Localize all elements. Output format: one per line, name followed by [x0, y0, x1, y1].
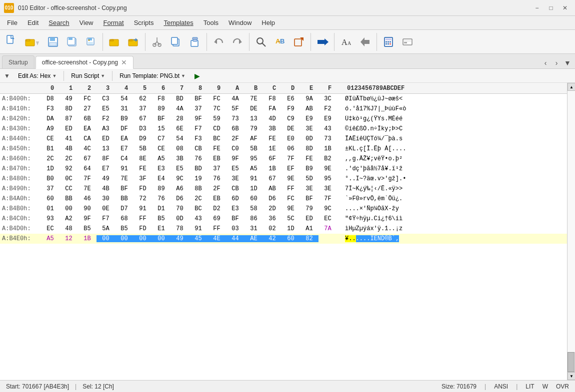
hex-byte[interactable]: 01	[41, 205, 60, 212]
hex-byte[interactable]: 8D	[300, 145, 318, 152]
table-row[interactable]: A:B480h:B00C7F497E3FE49C19763E91679E5D95…	[0, 174, 567, 184]
table-row[interactable]: A:B4B0h:0100900ED791D170BCD2E3582D9E799C…	[0, 204, 567, 214]
hex-byte[interactable]: 89	[152, 105, 170, 112]
hex-byte[interactable]: E1	[152, 225, 170, 232]
hex-byte[interactable]: 2F	[208, 185, 226, 192]
hex-byte[interactable]: 7F	[282, 155, 300, 162]
hex-byte[interactable]: D8	[41, 95, 60, 102]
hex-byte[interactable]: 4B	[60, 145, 78, 152]
hex-byte[interactable]: 37	[41, 185, 60, 192]
save-all-button[interactable]	[82, 33, 100, 51]
scroll-down-button[interactable]: ▼	[568, 372, 575, 380]
hex-byte[interactable]: E5	[170, 165, 189, 172]
jump-button[interactable]	[314, 33, 332, 51]
hex-byte[interactable]: ED	[96, 135, 115, 142]
hex-byte[interactable]: 0C	[60, 175, 78, 182]
hex-byte[interactable]: 70	[170, 205, 189, 212]
hex-byte[interactable]: 2C	[60, 155, 78, 162]
hex-byte[interactable]: B0	[41, 175, 60, 182]
hex-byte[interactable]: 6F	[263, 155, 282, 162]
hex-byte[interactable]: 3B	[263, 125, 282, 132]
table-row[interactable]: A:B4C0h:93A29FF768FFB50D4369BF86365CEDEC…	[0, 214, 567, 224]
hex-byte[interactable]: 6B	[78, 115, 96, 122]
table-row[interactable]: A:B410h:F38D27E53137894A377C5FDEFAF9ABF2…	[0, 104, 567, 114]
table-row[interactable]: A:B4E0h:A5121B0000000049454E44AE426082¥.…	[0, 234, 567, 244]
hex-byte[interactable]: D9	[134, 135, 152, 142]
menu-help[interactable]: Help	[256, 17, 280, 28]
hex-byte[interactable]: 67	[134, 115, 152, 122]
export-button[interactable]	[124, 33, 142, 51]
hex-byte[interactable]: 1E	[263, 145, 282, 152]
hex-byte[interactable]: EB	[208, 195, 226, 202]
hex-byte[interactable]: FE	[208, 145, 226, 152]
hex-byte[interactable]: AB	[263, 185, 282, 192]
tab-menu-button[interactable]: ▼	[562, 57, 573, 68]
hex-byte[interactable]: 43	[189, 215, 208, 222]
hex-byte[interactable]: 91	[134, 205, 152, 212]
hex-byte[interactable]: 3E	[300, 185, 318, 192]
hex-byte[interactable]: 67	[263, 175, 282, 182]
hex-byte[interactable]: 2C	[41, 155, 60, 162]
hex-byte[interactable]: E0	[282, 135, 300, 142]
hex-byte[interactable]: 54	[170, 135, 189, 142]
hex-byte[interactable]: A5	[152, 155, 170, 162]
hex-byte[interactable]: BF	[152, 115, 170, 122]
hex-byte[interactable]: 4A	[170, 105, 189, 112]
hex-byte[interactable]	[318, 235, 337, 242]
hex-byte[interactable]: 78	[170, 225, 189, 232]
hex-byte[interactable]: FC	[282, 195, 300, 202]
hex-byte[interactable]: C0	[226, 145, 244, 152]
undo-button[interactable]	[210, 33, 228, 51]
hex-byte[interactable]: 58	[244, 205, 263, 212]
maximize-button[interactable]: □	[545, 3, 557, 13]
hex-byte[interactable]: 64	[78, 165, 96, 172]
hex-byte[interactable]: ED	[60, 125, 78, 132]
hex-byte[interactable]: 28	[170, 115, 189, 122]
hex-byte[interactable]: FF	[134, 215, 152, 222]
hex-byte[interactable]: 7E	[244, 95, 263, 102]
hex-byte[interactable]: F2	[318, 105, 337, 112]
hex-byte[interactable]: 00	[115, 235, 134, 242]
hex-byte[interactable]: DE	[244, 105, 263, 112]
hex-byte[interactable]: 8F	[96, 155, 115, 162]
hex-byte[interactable]: 7F	[78, 175, 96, 182]
hex-byte[interactable]: 91	[189, 225, 208, 232]
hex-byte[interactable]: 82	[300, 235, 318, 242]
hex-byte[interactable]: 4E	[208, 235, 226, 242]
hex-byte[interactable]: BC	[208, 135, 226, 142]
hex-byte[interactable]: 48	[60, 225, 78, 232]
scroll-up-button[interactable]: ▲	[568, 83, 575, 91]
hex-byte[interactable]: 86	[244, 215, 263, 222]
hex-byte[interactable]: 87	[60, 115, 78, 122]
hex-byte[interactable]: 5B	[134, 145, 152, 152]
hex-byte[interactable]: AF	[244, 135, 263, 142]
hex-byte[interactable]: EF	[282, 165, 300, 172]
hex-byte[interactable]: A1	[300, 225, 318, 232]
hex-byte[interactable]: E4	[152, 175, 170, 182]
hex-byte[interactable]: BD	[189, 165, 208, 172]
hex-byte[interactable]: 00	[96, 235, 115, 242]
hex-byte[interactable]: 03	[226, 225, 244, 232]
hex-byte[interactable]: 92	[60, 165, 78, 172]
hex-byte[interactable]: E7	[115, 145, 134, 152]
hex-byte[interactable]: E5	[226, 165, 244, 172]
hex-byte[interactable]: E3	[226, 205, 244, 212]
hex-byte[interactable]: 9C	[318, 205, 337, 212]
hex-byte[interactable]: A3	[96, 125, 115, 132]
hex-byte[interactable]: 1D	[41, 165, 60, 172]
hex-byte[interactable]: 3E	[226, 175, 244, 182]
hex-byte[interactable]: CB	[189, 145, 208, 152]
hex-byte[interactable]: 2D	[263, 205, 282, 212]
hex-byte[interactable]: F3	[189, 135, 208, 142]
hex-byte[interactable]: FF	[208, 225, 226, 232]
hex-byte[interactable]: 5B	[244, 145, 263, 152]
hex-byte[interactable]: F3	[41, 105, 60, 112]
tab-next-button[interactable]: ›	[551, 57, 562, 68]
tools-extra-button[interactable]	[398, 33, 416, 51]
hex-byte[interactable]: F9	[282, 105, 300, 112]
new-button[interactable]	[2, 33, 20, 51]
hex-byte[interactable]: 95	[318, 175, 337, 182]
menu-format[interactable]: Format	[98, 17, 129, 28]
hex-byte[interactable]: 89	[152, 185, 170, 192]
hex-byte[interactable]: 95	[244, 155, 263, 162]
